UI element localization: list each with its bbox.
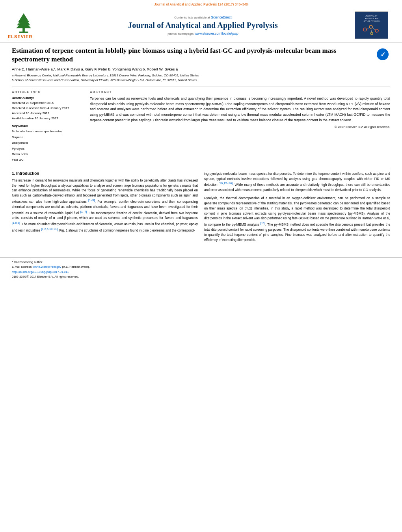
elsevier-brand-label: ELSEVIER <box>8 34 32 39</box>
body-right-col: ing pyrolysis-molecular beam mass spectr… <box>204 171 390 246</box>
crossmark-icon: ✓ <box>376 48 389 61</box>
svg-point-5 <box>20 18 22 19</box>
divider-1 <box>12 87 390 87</box>
abstract-col: ABSTRACT Terpenes can be used as renewab… <box>90 90 390 163</box>
intro-paragraph-2: Pyrolysis, the thermal decomposition of … <box>204 196 390 243</box>
keyword-4: Pyrolysis <box>12 146 83 152</box>
article-info-col: ARTICLE INFO Article history: Received 2… <box>12 90 83 163</box>
received-date: Received 23 September 2016 <box>12 101 83 106</box>
ref-16[interactable]: [16] <box>261 221 266 225</box>
email-link[interactable]: Anne.Ware@nrel.gov <box>33 265 61 269</box>
homepage-link[interactable]: www.elsevier.com/locate/jaap <box>195 32 238 35</box>
abstract-copyright: © 2017 Elsevier B.V. All rights reserved… <box>90 125 390 129</box>
received-revised-date: Received in revised form 4 January 2017 <box>12 106 83 111</box>
email-suffix: (A.E. Harman-Ware). <box>61 265 89 269</box>
authors-text: Anne E. Harman-Ware a,*, Mark F. Davis a… <box>12 67 178 71</box>
elsevier-logo: ELSEVIER <box>8 12 51 39</box>
article-title: Estimation of terpene content in lobloll… <box>12 46 372 64</box>
authors-line: Anne E. Harman-Ware a,*, Mark F. Davis a… <box>12 67 390 71</box>
keyword-6: Fast GC <box>12 157 83 163</box>
article-info-dates: Received 23 September 2016 Received in r… <box>12 101 83 121</box>
intro-heading: 1. Introduction <box>12 171 198 176</box>
corresponding-author-label: * Corresponding author. <box>12 260 43 264</box>
crossmark-badge[interactable]: ✓ <box>376 48 390 62</box>
homepage-prefix: journal homepage: <box>168 32 195 35</box>
homepage-line: journal homepage: www.elsevier.com/locat… <box>51 32 355 35</box>
sciencedirect-line: Contents lists available at ScienceDirec… <box>51 15 355 19</box>
footer-section: * Corresponding author. E-mail address: … <box>0 257 402 278</box>
email-prefix: E-mail address: <box>12 265 33 269</box>
body-columns: 1. Introduction The increase in demand f… <box>12 171 390 246</box>
page-wrapper: Journal of Analytical and Applied Pyroly… <box>0 0 402 532</box>
footnote-text: * Corresponding author. <box>12 260 390 264</box>
journal-thumbnail: JOURNAL OF ANALYTICAL AND APPLIED PYROLY… <box>355 11 388 39</box>
affiliation-a: a National Bioenergy Center, National Re… <box>12 73 390 78</box>
intro-paragraph-1: The increase in demand for renewable mat… <box>12 178 198 233</box>
svg-text:✓: ✓ <box>380 51 385 58</box>
elsevier-tree-icon <box>8 12 39 33</box>
divider-2 <box>12 168 390 168</box>
article-info-header: ARTICLE INFO <box>12 90 83 94</box>
keyword-2: Terpene <box>12 135 83 140</box>
sciencedirect-link[interactable]: ScienceDirect <box>211 15 231 19</box>
accepted-date: Accepted 10 January 2017 <box>12 111 83 116</box>
abstract-text: Terpenes can be used as renewable fuels … <box>90 96 390 123</box>
affiliation-b: b School of Forest Resources and Conserv… <box>12 78 390 83</box>
ref-1-7[interactable]: [1–7] <box>80 210 87 213</box>
keywords-label: Keywords: <box>12 124 83 128</box>
svg-point-6 <box>27 19 28 20</box>
header-left: ELSEVIER <box>8 12 51 39</box>
doi-line: http://dx.doi.org/10.1016/j.jaap.2017.01… <box>12 270 390 274</box>
keyword-5: Resin acids <box>12 152 83 157</box>
journal-citation-text: Journal of Analytical and Applied Pyroly… <box>154 2 248 6</box>
intro-paragraph-1-continued: ing pyrolysis-molecular beam mass spectr… <box>204 171 390 193</box>
sciencedirect-prefix: Contents lists available at <box>174 16 211 19</box>
keyword-1: Molecular beam mass spectrometry <box>12 129 83 134</box>
article-title-section: Estimation of terpene content in lobloll… <box>12 46 390 64</box>
doi-link[interactable]: http://dx.doi.org/10.1016/j.jaap.2017.01… <box>12 270 69 274</box>
article-history-label: Article history: <box>12 96 83 100</box>
journal-header: ELSEVIER Contents lists available at Sci… <box>0 8 402 43</box>
header-right: JOURNAL OF ANALYTICAL AND APPLIED PYROLY… <box>355 11 390 39</box>
journal-thumb-image: JOURNAL OF ANALYTICAL AND APPLIED PYROLY… <box>355 12 388 39</box>
keyword-3: Diterpenoid <box>12 140 83 146</box>
svg-text:APPLIED PYROLYSIS: APPLIED PYROLYSIS <box>364 20 380 22</box>
ref-1-5[interactable]: [1–5] <box>88 198 95 202</box>
article-content: Estimation of terpene content in lobloll… <box>0 43 402 249</box>
body-left-col: 1. Introduction The increase in demand f… <box>12 171 198 246</box>
svg-text:ANALYTICAL AND: ANALYTICAL AND <box>365 18 378 20</box>
journal-citation-bar: Journal of Analytical and Applied Pyroly… <box>0 0 402 8</box>
rights-line: 0165-2370/© 2017 Elsevier B.V. All right… <box>12 275 390 278</box>
abstract-header: ABSTRACT <box>90 90 390 94</box>
affiliations: a National Bioenergy Center, National Re… <box>12 73 390 83</box>
journal-title-main: Journal of Analytical and Applied Pyroly… <box>51 21 355 30</box>
info-abstract-section: ARTICLE INFO Article history: Received 2… <box>12 90 390 163</box>
svg-point-8 <box>29 24 30 25</box>
keywords-list: Molecular beam mass spectrometry Terpene… <box>12 129 83 163</box>
svg-rect-1 <box>19 32 28 33</box>
svg-point-7 <box>19 23 20 24</box>
ref-1-8-9[interactable]: [1,8,9] <box>12 221 20 224</box>
email-line: E-mail address: Anne.Ware@nrel.gov (A.E.… <box>12 265 390 269</box>
svg-text:JOURNAL OF: JOURNAL OF <box>365 15 378 17</box>
header-center: Contents lists available at ScienceDirec… <box>51 15 355 35</box>
ref-10-12-16[interactable]: [10,12–16] <box>219 182 233 185</box>
available-date: Available online 16 January 2017 <box>12 116 83 121</box>
ref-1-2-5-10-11[interactable]: [1,2,5,10,11] <box>41 227 58 231</box>
